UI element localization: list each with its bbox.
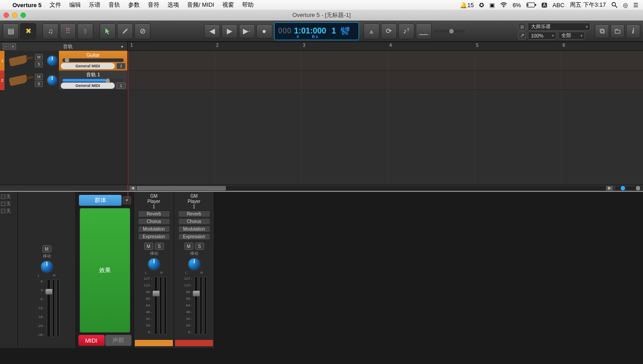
loop-icon[interactable]: ⟳ bbox=[381, 23, 397, 39]
library-icon[interactable]: 🗀 bbox=[610, 24, 625, 38]
timeline-ruler[interactable]: 1 2 3 4 5 6 bbox=[128, 42, 643, 50]
solo-button[interactable]: S bbox=[35, 81, 43, 87]
master-mute-button[interactable]: M bbox=[42, 245, 51, 252]
voice-tab-button[interactable]: 声部 bbox=[105, 335, 132, 346]
mute-button[interactable]: M bbox=[184, 243, 193, 250]
panels-icon[interactable]: ▤ bbox=[3, 23, 19, 39]
menu-score[interactable]: 乐谱 bbox=[89, 1, 100, 9]
pan-knob[interactable] bbox=[147, 257, 161, 271]
bell-icon[interactable]: 🔔15 bbox=[460, 2, 473, 8]
play-button[interactable]: ▶ bbox=[221, 24, 238, 38]
layout-icon[interactable]: ⎚ bbox=[518, 23, 526, 31]
midi-channel[interactable]: 1 bbox=[117, 83, 125, 89]
volume-slider[interactable] bbox=[63, 58, 124, 62]
track-row[interactable]: 1 M S Guitar General MIDI 2 bbox=[0, 51, 127, 70]
channel-fader[interactable] bbox=[194, 277, 198, 335]
piano-roll-icon[interactable]: ⠿ bbox=[60, 23, 76, 39]
zoom-dropdown[interactable]: 100% bbox=[528, 32, 556, 40]
fx-slot[interactable]: Chorus bbox=[138, 218, 170, 225]
track-header-menu-icon[interactable]: ▾ bbox=[119, 43, 125, 50]
pointer-tool-icon[interactable] bbox=[100, 23, 116, 39]
mute-button[interactable]: M bbox=[144, 243, 153, 250]
menu-help[interactable]: 帮助 bbox=[242, 1, 254, 9]
scroll-left-button[interactable]: ◀ bbox=[129, 186, 136, 190]
fx-slot[interactable]: Expression bbox=[138, 233, 170, 240]
erase-tool-icon[interactable]: ⊘ bbox=[134, 23, 150, 39]
maximize-window-icon[interactable] bbox=[21, 12, 26, 18]
groups-button[interactable]: 群体 bbox=[79, 194, 122, 206]
volume-slider[interactable] bbox=[63, 79, 124, 82]
pan-knob[interactable] bbox=[46, 51, 59, 70]
rewind-button[interactable]: ◀ bbox=[204, 24, 220, 38]
midi-device-label[interactable]: General MIDI bbox=[61, 83, 115, 89]
hzoom-slider[interactable] bbox=[615, 186, 642, 190]
fx-slot[interactable]: Reverb bbox=[138, 211, 170, 217]
metronome-icon[interactable]: ⟁ bbox=[363, 23, 380, 39]
scroll-right-button[interactable]: ▶ bbox=[606, 186, 613, 190]
menu-file[interactable]: 文件 bbox=[50, 1, 61, 9]
master-fader[interactable] bbox=[47, 279, 50, 337]
track-row[interactable]: 2 M S 音轨 1 General MIDI 1 bbox=[0, 70, 127, 90]
minimize-window-icon[interactable] bbox=[12, 12, 17, 18]
display-mirror-icon[interactable]: ▣ bbox=[489, 2, 495, 8]
solo-button[interactable]: S bbox=[35, 61, 43, 67]
tempo-slider[interactable] bbox=[434, 30, 465, 33]
track-lane[interactable] bbox=[128, 70, 643, 90]
spotlight-icon[interactable] bbox=[611, 2, 618, 8]
zoom-target-icon[interactable]: ↗ bbox=[518, 32, 526, 40]
record-button[interactable]: ● bbox=[256, 24, 272, 38]
menu-window[interactable]: 视窗 bbox=[222, 1, 234, 9]
input-method-badge[interactable]: A bbox=[542, 3, 547, 8]
pan-knob[interactable] bbox=[188, 257, 201, 271]
instrument-icon[interactable] bbox=[4, 51, 32, 70]
mixer-option[interactable]: 无 bbox=[1, 201, 17, 207]
add-group-button[interactable]: + bbox=[123, 196, 131, 204]
track-canvas[interactable] bbox=[128, 51, 643, 185]
play-from-button[interactable]: ▶· bbox=[239, 24, 255, 38]
info-icon[interactable]: i bbox=[626, 24, 640, 38]
channel-fader[interactable] bbox=[154, 277, 158, 335]
transport-lcd[interactable]: 000 1:01:000 1 处理 0% 0 Bx bbox=[274, 22, 359, 40]
mixer-view-icon[interactable]: ✖ bbox=[20, 23, 36, 39]
fx-slot[interactable]: Reverb bbox=[178, 211, 210, 217]
instrument-icon[interactable] bbox=[4, 70, 32, 90]
menu-app[interactable]: Overture 5 bbox=[13, 2, 42, 8]
fx-slot[interactable]: Expression bbox=[178, 233, 210, 240]
scroll-thumb[interactable] bbox=[137, 186, 226, 190]
midi-device-label[interactable]: General MIDI bbox=[61, 63, 115, 69]
solo-button[interactable]: S bbox=[195, 243, 204, 250]
wifi-icon[interactable] bbox=[500, 2, 507, 8]
fx-slot[interactable]: Modulation bbox=[178, 226, 210, 232]
input-method-label[interactable]: ABC bbox=[552, 2, 564, 8]
midi-channel[interactable]: 2 bbox=[117, 63, 125, 69]
copy-icon[interactable]: ⧉ bbox=[595, 24, 609, 38]
scroll-track[interactable] bbox=[137, 186, 605, 190]
mixer-option[interactable]: 无 bbox=[1, 208, 17, 214]
menu-params[interactable]: 参数 bbox=[128, 1, 140, 9]
expand-tracks-button[interactable]: + bbox=[10, 43, 16, 50]
close-window-icon[interactable] bbox=[4, 12, 9, 18]
mute-button[interactable]: M bbox=[35, 54, 43, 60]
fx-slot[interactable]: Chorus bbox=[178, 218, 210, 225]
quantize-icon[interactable]: ♪ꜛ bbox=[398, 23, 414, 39]
scope-dropdown[interactable]: 全部 bbox=[558, 32, 585, 40]
score-view-icon[interactable]: ♫ bbox=[42, 23, 58, 39]
menu-note[interactable]: 音符 bbox=[148, 1, 159, 9]
pan-knob[interactable] bbox=[46, 70, 59, 90]
mute-button[interactable]: M bbox=[35, 74, 43, 80]
menu-options[interactable]: 选项 bbox=[167, 1, 179, 9]
effects-button[interactable]: 效果 bbox=[79, 208, 130, 333]
staff-tool-icon[interactable]: ⎯⎯ bbox=[416, 23, 432, 39]
compass-icon[interactable]: ✪ bbox=[479, 2, 484, 8]
controllers-icon[interactable]: ꒱ bbox=[77, 23, 93, 39]
pencil-tool-icon[interactable] bbox=[117, 23, 133, 39]
collapse-tracks-button[interactable]: − bbox=[3, 43, 9, 50]
siri-icon[interactable]: ◎ bbox=[623, 2, 628, 8]
fx-slot[interactable]: Modulation bbox=[138, 226, 170, 232]
master-pan-knob[interactable] bbox=[40, 260, 54, 273]
mixer-option[interactable]: 无 bbox=[1, 194, 17, 200]
solo-button[interactable]: S bbox=[155, 243, 164, 250]
menu-track[interactable]: 音轨 bbox=[109, 1, 120, 9]
track-lane[interactable] bbox=[128, 51, 643, 70]
menu-audio-midi[interactable]: 音频/ MIDI bbox=[187, 1, 214, 9]
